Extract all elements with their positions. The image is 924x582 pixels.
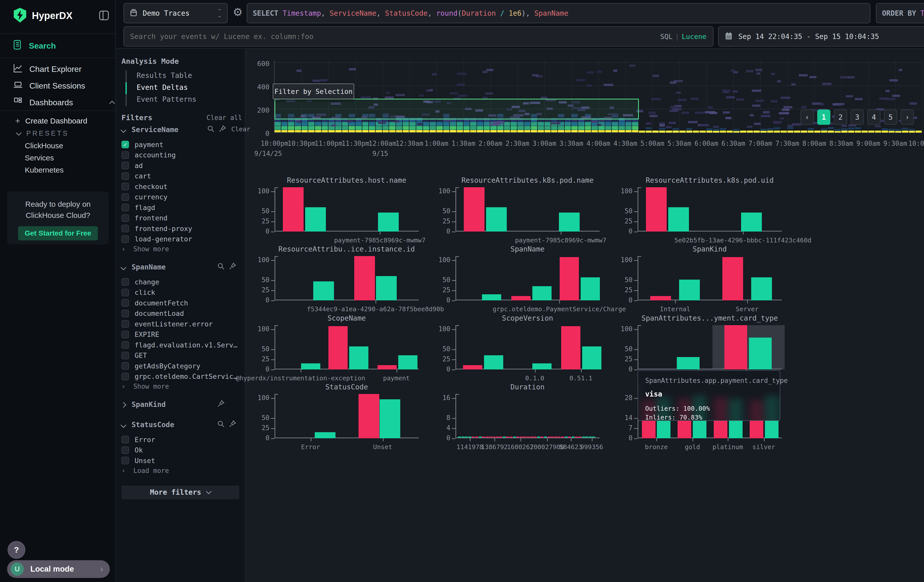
checkbox[interactable] xyxy=(121,436,129,444)
checkbox[interactable] xyxy=(121,362,129,370)
checkbox[interactable] xyxy=(121,162,129,169)
filter-item-eventlistener-error[interactable]: eventListener.error xyxy=(121,320,238,328)
checkbox[interactable] xyxy=(121,235,129,243)
search-bar[interactable]: SQL | Lucene xyxy=(124,26,713,46)
checkbox[interactable] xyxy=(121,299,129,307)
filter-item-get[interactable]: GET xyxy=(121,351,238,360)
filter-item-ok[interactable]: Ok xyxy=(121,446,238,455)
checkbox[interactable] xyxy=(121,310,129,317)
filter-item-load-generator[interactable]: load-generator xyxy=(121,235,238,244)
pagination-page-2[interactable]: 2 xyxy=(834,110,847,125)
checkbox[interactable] xyxy=(121,204,129,211)
lucene-mode-toggle[interactable]: Lucene xyxy=(681,33,706,41)
filter-item-getadsbycategory[interactable]: getAdsByCategory xyxy=(121,362,238,370)
search-icon[interactable] xyxy=(207,125,214,134)
get-started-button[interactable]: Get Started for Free xyxy=(18,226,98,241)
clear-all-button[interactable]: Clear all xyxy=(206,114,242,122)
filter-item-frontend[interactable]: frontend xyxy=(121,214,238,223)
checkbox[interactable] xyxy=(121,193,129,201)
sql-mode-toggle[interactable]: SQL xyxy=(660,33,673,41)
search-icon[interactable] xyxy=(217,420,225,429)
filter-item-flagd[interactable]: flagd xyxy=(121,203,238,212)
filter-item-unset[interactable]: Unset xyxy=(121,456,238,465)
filter-item-cart[interactable]: cart xyxy=(121,172,238,180)
filter-item-grpc-oteldemo-cartservic-[interactable]: grpc.oteldemo.CartServic… xyxy=(121,372,238,381)
chevron-down-icon[interactable] xyxy=(121,422,127,428)
order-by-input[interactable]: ORDER BY Timestamp DESC xyxy=(876,3,924,23)
checkbox[interactable] xyxy=(121,331,129,338)
analysis-mode-event-deltas[interactable]: Event Deltas xyxy=(137,83,188,92)
checkbox[interactable] xyxy=(121,278,129,286)
checkbox[interactable] xyxy=(121,225,129,232)
checkbox[interactable] xyxy=(121,373,129,380)
filter-item-error[interactable]: Error xyxy=(121,435,238,444)
filter-item-accounting[interactable]: accounting xyxy=(121,151,238,160)
checkbox[interactable] xyxy=(121,151,129,159)
sidebar-collapse-icon[interactable] xyxy=(98,10,110,22)
time-range-picker[interactable]: Sep 14 22:04:35 - Sep 15 10:04:35 xyxy=(718,26,924,46)
pagination-page-3[interactable]: 3 xyxy=(851,110,864,125)
checkbox[interactable] xyxy=(121,172,129,180)
filter-item-click[interactable]: click xyxy=(121,288,238,297)
filter-item-ad[interactable]: ad xyxy=(121,161,238,170)
selection-region[interactable] xyxy=(274,99,639,119)
filter-item-change[interactable]: change xyxy=(121,278,238,286)
checkbox[interactable] xyxy=(121,341,129,349)
search-input[interactable] xyxy=(130,32,660,41)
filter-item-documentload[interactable]: documentLoad xyxy=(121,309,238,318)
pagination-next-button[interactable]: › xyxy=(901,110,914,125)
filter-item-checkout[interactable]: checkout xyxy=(121,182,238,191)
filter-item-expire[interactable]: EXPIRE xyxy=(121,330,238,339)
help-button[interactable]: ? xyxy=(8,541,25,559)
chevron-right-icon[interactable] xyxy=(121,402,127,408)
analysis-mode-results-table[interactable]: Results Table xyxy=(137,71,192,80)
presets-toggle[interactable]: PRESETS xyxy=(17,130,69,137)
checkbox[interactable] xyxy=(121,352,129,359)
pin-icon[interactable] xyxy=(229,262,236,271)
create-dashboard-button[interactable]: + Create Dashboard xyxy=(15,116,87,126)
filter-section-spanname-title[interactable]: SpanName xyxy=(132,263,166,271)
checkbox[interactable] xyxy=(121,446,129,454)
filter-spanname-show-more[interactable]: › Show more xyxy=(121,383,169,390)
sidebar-item-dashboards[interactable]: Dashboards xyxy=(0,95,129,110)
filter-item-payment[interactable]: ✓payment xyxy=(121,140,238,149)
filter-item-documentfetch[interactable]: documentFetch xyxy=(121,298,238,307)
checkbox[interactable] xyxy=(121,457,129,464)
filter-section-statuscode-title[interactable]: StatusCode xyxy=(132,420,174,429)
search-icon[interactable] xyxy=(217,262,225,271)
checkbox[interactable] xyxy=(121,289,129,296)
checkbox[interactable] xyxy=(121,320,129,328)
checkbox-checked[interactable]: ✓ xyxy=(121,141,129,148)
sidebar-item-search[interactable]: Search xyxy=(0,38,129,53)
sidebar-item-chart-explorer[interactable]: Chart Explorer xyxy=(0,62,129,76)
pin-icon[interactable] xyxy=(217,400,225,409)
chevron-down-icon[interactable] xyxy=(121,127,127,133)
local-mode-button[interactable]: U Local mode › xyxy=(7,560,110,578)
mode-divider: | xyxy=(675,33,679,41)
analysis-mode-event-patterns[interactable]: Event Patterns xyxy=(137,95,196,104)
checkbox[interactable] xyxy=(121,183,129,190)
pin-icon[interactable] xyxy=(229,420,236,429)
pagination-prev-button[interactable]: ‹ xyxy=(800,110,814,125)
filter-item-currency[interactable]: currency xyxy=(121,193,238,201)
pagination-page-4[interactable]: 4 xyxy=(867,110,881,125)
pin-icon[interactable] xyxy=(219,125,226,134)
chart-spanname-bar-inlier xyxy=(532,286,551,300)
filter-item-frontend-proxy[interactable]: frontend-proxy xyxy=(121,224,238,233)
filter-servicename-show-more[interactable]: › Show more xyxy=(121,245,169,253)
checkbox[interactable] xyxy=(121,214,129,222)
filter-statuscode-load-more[interactable]: › Load more xyxy=(121,467,169,475)
gear-icon[interactable]: ⚙ xyxy=(233,6,243,18)
pagination-page-1[interactable]: 1 xyxy=(817,110,830,125)
filter-by-selection-button[interactable]: Filter by Selection xyxy=(273,84,354,99)
heatmap-plot[interactable] xyxy=(274,61,922,137)
filter-item-flagd-evaluation-v1-serv-[interactable]: flagd.evaluation.v1.Serv… xyxy=(121,341,238,349)
more-filters-button[interactable]: More filters xyxy=(121,486,239,499)
filter-section-spankind-title[interactable]: SpanKind xyxy=(132,400,166,409)
filter-section-servicename-title[interactable]: ServiceName xyxy=(132,125,178,134)
sidebar-item-client-sessions[interactable]: Client Sessions xyxy=(0,78,129,93)
select-query-input[interactable]: SELECT Timestamp, ServiceName, StatusCod… xyxy=(247,3,870,23)
source-selector[interactable]: Demo Traces ⌃⌄ xyxy=(124,3,228,23)
chevron-down-icon[interactable] xyxy=(121,265,127,270)
pagination-page-5[interactable]: 5 xyxy=(884,110,897,125)
